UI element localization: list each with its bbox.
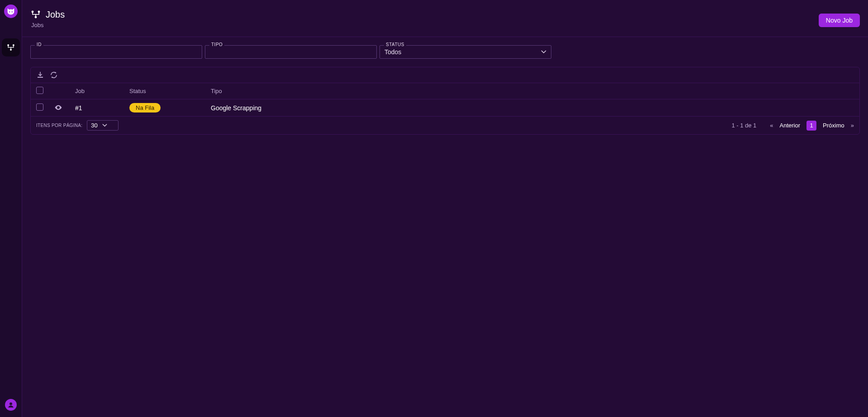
svg-rect-15	[35, 14, 36, 16]
filter-id-input[interactable]	[30, 45, 202, 59]
svg-point-2	[10, 49, 12, 51]
first-page-button[interactable]: «	[770, 122, 773, 129]
table-row[interactable]: #1 Na Fila Google Scrapping	[31, 99, 859, 117]
col-tipo[interactable]: Tipo	[205, 83, 859, 99]
content: ID TIPO STATUS Todos	[22, 37, 868, 143]
svg-point-0	[7, 44, 9, 46]
cat-face-icon	[6, 6, 16, 16]
sidebar-bottom	[5, 399, 17, 411]
select-all-checkbox[interactable]	[36, 87, 43, 94]
svg-rect-6	[10, 47, 11, 49]
breadcrumb[interactable]: Jobs	[31, 22, 860, 28]
filter-status-label: STATUS	[384, 42, 406, 47]
nodes-icon	[30, 10, 41, 19]
svg-point-1	[13, 44, 14, 46]
chevron-down-icon	[541, 49, 546, 55]
pagination-range: 1 - 1 de 1	[731, 122, 756, 129]
filter-tipo-label: TIPO	[209, 42, 224, 47]
pager: « Anterior 1 Próximo »	[770, 121, 854, 131]
cell-job: #1	[70, 99, 124, 117]
new-job-button[interactable]: Novo Job	[819, 14, 860, 27]
col-job[interactable]: Job	[70, 83, 124, 99]
next-page-button[interactable]: Próximo	[821, 121, 846, 130]
status-badge: Na Fila	[129, 103, 161, 112]
refresh-icon	[50, 71, 57, 79]
header: Jobs Jobs Novo Job	[22, 0, 868, 37]
sidebar	[0, 0, 22, 417]
items-per-page-select[interactable]: 30	[87, 120, 118, 131]
prev-page-button[interactable]: Anterior	[778, 121, 802, 130]
row-checkbox[interactable]	[36, 103, 43, 111]
page-title-text: Jobs	[46, 9, 65, 20]
person-icon	[7, 401, 15, 409]
filter-id-label: ID	[35, 42, 43, 47]
svg-point-8	[9, 403, 12, 405]
items-per-page-value: 30	[91, 122, 97, 129]
filters: ID TIPO STATUS Todos	[30, 45, 860, 59]
items-per-page-label: ITENS POR PÁGINA:	[36, 123, 82, 128]
download-icon	[37, 71, 44, 79]
app-logo[interactable]	[4, 5, 18, 18]
cell-tipo: Google Scrapping	[205, 99, 859, 117]
table-toolbar	[31, 67, 859, 83]
table-header-row: Job Status Tipo	[31, 83, 859, 99]
filter-status-value: Todos	[384, 48, 401, 56]
svg-point-10	[38, 11, 40, 13]
eye-icon	[54, 104, 62, 111]
jobs-card: Job Status Tipo	[30, 67, 860, 135]
col-status[interactable]: Status	[124, 83, 205, 99]
last-page-button[interactable]: »	[851, 122, 854, 129]
filter-id-field: ID	[30, 45, 202, 59]
filter-status-select[interactable]: Todos	[379, 45, 551, 59]
svg-point-11	[35, 16, 37, 19]
refresh-button[interactable]	[50, 71, 58, 79]
current-page[interactable]: 1	[806, 121, 816, 131]
nodes-icon	[6, 43, 15, 52]
table-footer: ITENS POR PÁGINA: 30 1 - 1 de 1 « Anteri…	[31, 116, 859, 134]
user-avatar[interactable]	[5, 399, 17, 411]
chevron-down-icon	[102, 123, 107, 128]
sidebar-item-jobs[interactable]	[2, 38, 20, 56]
view-row-button[interactable]	[54, 103, 62, 112]
svg-point-16	[58, 107, 59, 108]
download-button[interactable]	[36, 71, 44, 79]
page-title: Jobs	[30, 9, 860, 20]
filter-status-field: STATUS Todos	[379, 45, 551, 59]
filter-tipo-input[interactable]	[205, 45, 377, 59]
jobs-table: Job Status Tipo	[31, 83, 859, 116]
filter-tipo-field: TIPO	[205, 45, 377, 59]
main: Jobs Jobs Novo Job ID TIPO STATUS Todos	[22, 0, 868, 417]
svg-point-9	[32, 11, 34, 13]
